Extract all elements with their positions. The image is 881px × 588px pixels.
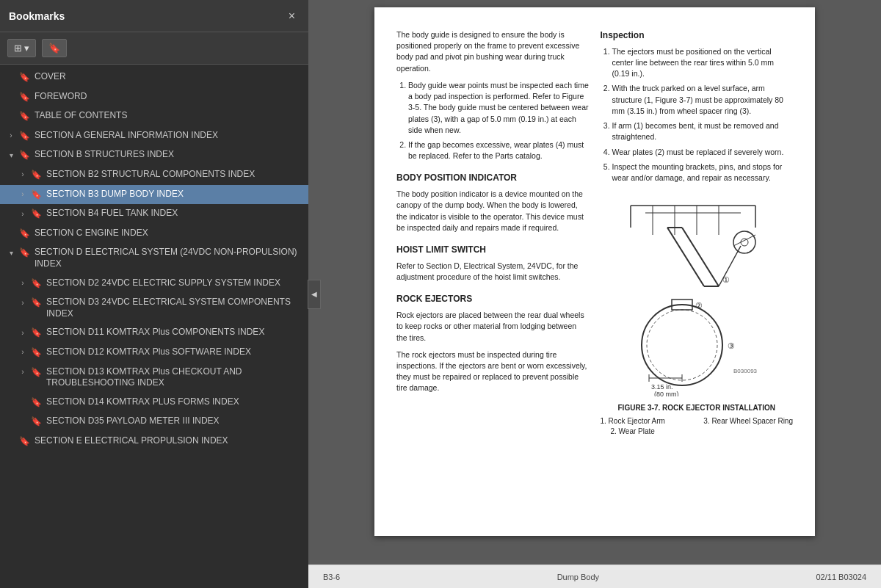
bookmark-icon: 🔖 — [31, 327, 42, 339]
sidebar-tree: 🔖COVER🔖FOREWORD🔖TABLE OF CONTENTS›🔖SECTI… — [0, 65, 308, 588]
expand-btn-section-d12[interactable]: › — [18, 347, 28, 357]
figure-caption: FIGURE 3-7. ROCK EJECTOR INSTALLATION — [601, 403, 794, 413]
bookmark-button[interactable]: 🔖 — [42, 39, 67, 57]
hoist-heading: HOIST LIMIT SWITCH — [396, 244, 590, 256]
inspection-item-3: If arm (1) becomes bent, it must be remo… — [612, 120, 794, 142]
expand-btn-section-b[interactable]: ▾ — [6, 150, 16, 160]
sidebar-item-label-section-d2: SECTION D2 24VDC ELECTRIC SUPPLY SYSTEM … — [46, 277, 302, 289]
intro-paragraph: The body guide is designed to ensure the… — [396, 29, 590, 74]
chevron-down-icon: ▾ — [24, 43, 29, 54]
guide-list-item-2: If the gap becomes excessive, wear plate… — [408, 139, 590, 161]
footer-section-title: Dump Body — [557, 573, 599, 581]
sidebar-item-section-d11[interactable]: ›🔖SECTION D11 KOMTRAX Plus COMPONENTS IN… — [0, 323, 308, 343]
expand-btn-section-d3[interactable]: › — [18, 297, 28, 308]
sidebar-item-section-e[interactable]: 🔖SECTION E ELECTRICAL PROPULSION INDEX — [0, 432, 308, 451]
bookmark-icon: 🔖 — [31, 367, 42, 379]
doc-left-column: The body guide is designed to ensure the… — [396, 29, 590, 437]
expand-btn-section-b3[interactable]: › — [18, 189, 28, 200]
expand-btn-section-b2[interactable]: › — [18, 170, 28, 180]
main-content: ◀ The body guide is designed to ensure t… — [308, 0, 881, 588]
expand-all-button[interactable]: ⊞ ▾ — [7, 39, 36, 57]
sidebar-close-button[interactable]: × — [284, 8, 300, 24]
sidebar-item-label-section-d14: SECTION D14 KOMTRAX PLUS FORMS INDEX — [46, 396, 302, 408]
sidebar-item-foreword[interactable]: 🔖FOREWORD — [0, 87, 308, 107]
inspection-list: The ejectors must be positioned on the v… — [612, 46, 794, 184]
sidebar-item-section-d3[interactable]: ›🔖SECTION D3 24VDC ELECTRICAL SYSTEM COM… — [0, 293, 308, 323]
bookmark-icon: 🔖 — [48, 43, 60, 54]
sidebar-item-cover[interactable]: 🔖COVER — [0, 68, 308, 87]
footer-page-number: B3-6 — [323, 573, 340, 581]
rock-para-2: The rock ejectors must be inspected duri… — [396, 349, 590, 394]
expand-btn-section-d11[interactable]: › — [18, 327, 28, 338]
sidebar-item-toc[interactable]: 🔖TABLE OF CONTENTS — [0, 106, 308, 126]
sidebar-toolbar: ⊞ ▾ 🔖 — [0, 32, 308, 65]
expand-btn-section-d13[interactable]: › — [18, 367, 28, 377]
bookmark-icon: 🔖 — [31, 397, 42, 409]
bookmark-icon: 🔖 — [31, 208, 42, 220]
sidebar-item-label-section-d35: SECTION D35 PAYLOAD METER III INDEX — [46, 415, 302, 427]
body-position-para: The body position indicator is a device … — [396, 189, 590, 233]
guide-list-item-1: Body guide wear points must be inspected… — [408, 80, 590, 136]
bookmark-icon: 🔖 — [19, 131, 30, 142]
bookmark-icon: 🔖 — [19, 111, 30, 123]
bookmark-icon: 🔖 — [19, 436, 30, 448]
sidebar-item-section-b3[interactable]: ›🔖SECTION B3 DUMP BODY INDEX — [0, 185, 308, 205]
bookmark-icon: 🔖 — [19, 92, 30, 104]
svg-text:③: ③ — [728, 341, 735, 350]
footer-document-ref: 02/11 B03024 — [816, 573, 866, 581]
expand-btn-section-a[interactable]: › — [6, 131, 16, 141]
sidebar-item-label-cover: COVER — [35, 71, 302, 83]
expand-btn-section-d2[interactable]: › — [18, 278, 28, 288]
sidebar-item-label-section-c: SECTION C ENGINE INDEX — [35, 228, 302, 239]
guide-list: Body guide wear points must be inspected… — [408, 80, 590, 162]
expand-btn-section-d[interactable]: ▾ — [6, 247, 16, 258]
sidebar-item-label-section-d11: SECTION D11 KOMTRAX Plus COMPONENTS INDE… — [46, 327, 302, 338]
sidebar: Bookmarks × ⊞ ▾ 🔖 🔖COVER🔖FOREWORD🔖TABLE … — [0, 0, 308, 588]
sidebar-item-label-section-d12: SECTION D12 KOMTRAX Plus SOFTWARE INDEX — [46, 346, 302, 358]
sidebar-item-label-section-b2: SECTION B2 STRUCTURAL COMPONENTS INDEX — [46, 169, 302, 181]
rock-ejectors-heading: ROCK EJECTORS — [396, 293, 590, 305]
hoist-para: Refer to Section D, Electrical System, 2… — [396, 261, 590, 283]
bookmark-icon: 🔖 — [31, 278, 42, 290]
sidebar-item-label-section-b3: SECTION B3 DUMP BODY INDEX — [46, 189, 302, 200]
bookmark-icon: 🔖 — [19, 72, 30, 84]
rock-ejector-diagram: ① ③ ② — [609, 191, 785, 396]
sidebar-item-section-a[interactable]: ›🔖SECTION A GENERAL INFORMATION INDEX — [0, 126, 308, 146]
page-footer: B3-6 Dump Body 02/11 B03024 — [308, 565, 881, 588]
document-page: The body guide is designed to ensure the… — [374, 7, 815, 536]
inspection-item-4: Wear plates (2) must be replaced if seve… — [612, 147, 794, 158]
sidebar-item-section-c[interactable]: 🔖SECTION C ENGINE INDEX — [0, 224, 308, 244]
sidebar-item-label-section-d: SECTION D ELECTRICAL SYSTEM (24VDC NON-P… — [35, 247, 302, 269]
svg-text:B030093: B030093 — [733, 368, 758, 374]
svg-text:3.15 in.: 3.15 in. — [651, 383, 673, 391]
sidebar-item-section-d2[interactable]: ›🔖SECTION D2 24VDC ELECTRIC SUPPLY SYSTE… — [0, 274, 308, 294]
figure-label-1: 1. Rock Ejector Arm — [601, 416, 665, 427]
sidebar-item-label-section-d13: SECTION D13 KOMTRAX Plus CHECKOUT AND TR… — [46, 366, 302, 389]
rock-para-1: Rock ejectors are placed between the rea… — [396, 310, 590, 344]
sidebar-item-section-b2[interactable]: ›🔖SECTION B2 STRUCTURAL COMPONENTS INDEX — [0, 165, 308, 185]
sidebar-item-section-d13[interactable]: ›🔖SECTION D13 KOMTRAX Plus CHECKOUT AND … — [0, 363, 308, 393]
sidebar-item-label-toc: TABLE OF CONTENTS — [35, 110, 302, 122]
sidebar-item-section-d12[interactable]: ›🔖SECTION D12 KOMTRAX Plus SOFTWARE INDE… — [0, 343, 308, 363]
bookmark-icon: 🔖 — [31, 170, 42, 181]
expand-btn-section-b4[interactable]: › — [18, 208, 28, 219]
svg-text:(80 mm): (80 mm) — [654, 391, 679, 396]
bookmark-icon: 🔖 — [31, 416, 42, 428]
doc-content: The body guide is designed to ensure the… — [396, 29, 793, 437]
bookmark-icon: 🔖 — [31, 297, 42, 309]
sidebar-item-label-section-e: SECTION E ELECTRICAL PROPULSION INDEX — [35, 435, 302, 447]
collapse-sidebar-button[interactable]: ◀ — [308, 280, 321, 309]
svg-text:②: ② — [695, 301, 703, 310]
sidebar-item-label-section-b4: SECTION B4 FUEL TANK INDEX — [46, 208, 302, 219]
sidebar-item-section-b[interactable]: ▾🔖SECTION B STRUCTURES INDEX — [0, 145, 308, 165]
sidebar-item-section-d35[interactable]: 🔖SECTION D35 PAYLOAD METER III INDEX — [0, 412, 308, 432]
figure-label-3: 3. Rear Wheel Spacer Ring — [703, 416, 793, 427]
bookmark-icon: 🔖 — [19, 247, 30, 259]
sidebar-item-section-d[interactable]: ▾🔖SECTION D ELECTRICAL SYSTEM (24VDC NON… — [0, 243, 308, 273]
sidebar-item-section-d14[interactable]: 🔖SECTION D14 KOMTRAX PLUS FORMS INDEX — [0, 393, 308, 413]
figure-label-2: 2. Wear Plate — [601, 427, 665, 437]
bookmark-icon: 🔖 — [19, 228, 30, 240]
inspection-heading: Inspection — [601, 29, 794, 42]
inspection-item-2: With the truck parked on a level surface… — [612, 83, 794, 117]
sidebar-item-section-b4[interactable]: ›🔖SECTION B4 FUEL TANK INDEX — [0, 204, 308, 224]
